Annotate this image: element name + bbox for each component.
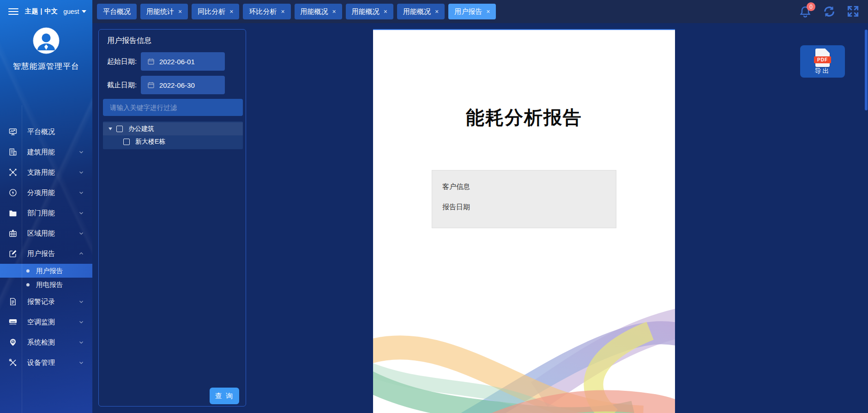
sidebar-item-label: 平台概况 — [27, 128, 55, 136]
tree-expand-caret-icon[interactable] — [108, 128, 112, 130]
fullscreen-icon — [847, 5, 859, 18]
bullet-dot-icon — [26, 283, 30, 286]
sidebar-item-device-management[interactable]: 设备管理 — [0, 352, 92, 373]
export-pdf-button[interactable]: PDF 导出 — [800, 45, 845, 78]
fullscreen-button[interactable] — [847, 5, 860, 18]
tab-close-icon[interactable]: × — [178, 8, 182, 15]
tab-label: 平台概况 — [103, 7, 131, 16]
region-map-icon — [9, 229, 17, 237]
chevron-down-icon — [78, 299, 84, 304]
sidebar-item-ac-monitor[interactable]: 空调监测 — [0, 312, 92, 332]
sidebar-menu: 平台概况 建筑用能 支路用能 分项用能 — [0, 121, 92, 373]
tab-label: 用能概况 — [403, 7, 431, 16]
folder-icon — [9, 209, 17, 217]
start-date-value: 2022-06-01 — [159, 58, 195, 66]
theme-language-label[interactable]: 主题 | 中文 — [25, 7, 58, 16]
sidebar-item-label: 分项用能 — [27, 188, 55, 197]
sidebar-item-label: 空调监测 — [27, 318, 55, 327]
username-label: guest — [63, 8, 79, 15]
tab-label: 用能概况 — [352, 7, 380, 16]
sidebar-item-label: 建筑用能 — [27, 148, 55, 157]
sidebar-subitem-electricity-report[interactable]: 用电报告 — [0, 278, 92, 292]
branch-hub-icon — [9, 168, 17, 176]
checkbox[interactable] — [123, 139, 130, 145]
keyword-filter-input[interactable] — [103, 99, 243, 116]
report-page: 能耗分析报告 客户信息 报告日期 — [373, 29, 675, 413]
tree-node-label: 新大楼E栋 — [135, 138, 165, 146]
building-icon — [9, 148, 17, 156]
sidebar-item-label: 用户报告 — [27, 249, 55, 258]
tab-label: 环比分析 — [249, 7, 277, 16]
tab-label: 同比分析 — [198, 7, 225, 16]
end-date-label: 截止日期: — [107, 81, 137, 90]
notification-bell-button[interactable]: 0 — [799, 5, 812, 18]
tab-energy-overview-1[interactable]: 用能概况 × — [295, 4, 342, 19]
sidebar-item-user-report[interactable]: 用户报告 — [0, 243, 92, 264]
chevron-down-icon — [78, 190, 84, 195]
sidebar-top-row: 主题 | 中文 guest — [0, 0, 92, 23]
tree-node-new-building-e[interactable]: 新大楼E栋 — [103, 135, 243, 148]
checkbox[interactable] — [116, 126, 123, 132]
sidebar-item-region-energy[interactable]: 区域用能 — [0, 223, 92, 243]
bullet-dot-icon — [26, 269, 30, 273]
tab-close-icon[interactable]: × — [384, 8, 387, 15]
chevron-down-icon — [78, 170, 84, 175]
monitor-icon — [9, 128, 17, 136]
tab-user-report[interactable]: 用户报告 × — [448, 4, 496, 19]
calendar-icon — [147, 81, 155, 89]
sidebar-item-subitem-energy[interactable]: 分项用能 — [0, 182, 92, 203]
query-button[interactable]: 查 询 — [210, 388, 239, 404]
chevron-up-icon — [78, 251, 84, 256]
sidebar: 主题 | 中文 guest 智慧能源管理平台 平台概况 建筑用能 — [0, 0, 92, 413]
caret-down-icon — [82, 10, 86, 13]
report-edit-icon — [9, 249, 17, 258]
pdf-file-icon: PDF — [814, 49, 831, 67]
tab-energy-statistics[interactable]: 用能统计 × — [140, 4, 188, 19]
panel-title: 用户报告信息 — [107, 36, 151, 46]
tab-energy-overview-2[interactable]: 用能概况 × — [346, 4, 393, 19]
user-menu[interactable]: guest — [63, 8, 86, 15]
pdf-ribbon-label: PDF — [814, 56, 831, 63]
tab-close-icon[interactable]: × — [281, 8, 284, 15]
tab-energy-overview-3[interactable]: 用能概况 × — [397, 4, 445, 19]
tab-platform-overview[interactable]: 平台概况 — [97, 4, 137, 19]
tab-mom-analysis[interactable]: 环比分析 × — [243, 4, 290, 19]
chevron-down-icon — [78, 149, 84, 155]
tab-label: 用能统计 — [146, 7, 174, 16]
topbar: 平台概况 用能统计 × 同比分析 × 环比分析 × 用能概况 × 用能概况 × … — [92, 0, 868, 23]
vertical-scrollbar[interactable] — [865, 30, 868, 110]
end-date-value: 2022-06-30 — [159, 81, 195, 89]
tab-bar: 平台概况 用能统计 × 同比分析 × 环比分析 × 用能概况 × 用能概况 × … — [97, 4, 496, 19]
tab-close-icon[interactable]: × — [332, 8, 336, 15]
tab-close-icon[interactable]: × — [486, 8, 490, 15]
end-date-picker[interactable]: 2022-06-30 — [141, 76, 225, 94]
refresh-icon — [823, 5, 836, 18]
tab-yoy-analysis[interactable]: 同比分析 × — [192, 4, 239, 19]
tab-label: 用户报告 — [454, 7, 482, 16]
sidebar-subitem-user-report[interactable]: 用户报告 — [0, 264, 92, 278]
sidebar-item-alarm-records[interactable]: 报警记录 — [0, 292, 92, 312]
chevron-down-icon — [78, 231, 84, 236]
sidebar-item-building-energy[interactable]: 建筑用能 — [0, 142, 92, 162]
chevron-down-icon — [78, 210, 84, 216]
chevron-down-icon — [78, 340, 84, 345]
tab-close-icon[interactable]: × — [229, 8, 233, 15]
tab-close-icon[interactable]: × — [435, 8, 439, 15]
sidebar-item-department-energy[interactable]: 部门用能 — [0, 203, 92, 223]
refresh-button[interactable] — [823, 5, 836, 18]
sidebar-item-system-check[interactable]: 系统检测 — [0, 332, 92, 352]
sidebar-item-branch-energy[interactable]: 支路用能 — [0, 162, 92, 182]
start-date-picker[interactable]: 2022-06-01 — [141, 52, 225, 71]
topbar-icons: 0 — [799, 0, 860, 23]
report-filter-panel: 用户报告信息 起始日期: 2022-06-01 截止日期: 2022-06-30… — [98, 29, 246, 407]
report-info-box: 客户信息 报告日期 — [432, 170, 616, 228]
calendar-icon — [147, 58, 155, 65]
ac-monitor-icon — [9, 318, 17, 326]
tree-node-label: 办公建筑 — [128, 125, 154, 133]
building-tree: 办公建筑 新大楼E栋 — [103, 121, 243, 149]
sidebar-item-label: 部门用能 — [27, 209, 55, 218]
app-logo-avatar — [33, 27, 60, 54]
sidebar-item-platform-overview[interactable]: 平台概况 — [0, 121, 92, 142]
hamburger-menu-icon[interactable] — [8, 6, 18, 17]
tree-node-office-building[interactable]: 办公建筑 — [103, 122, 243, 135]
